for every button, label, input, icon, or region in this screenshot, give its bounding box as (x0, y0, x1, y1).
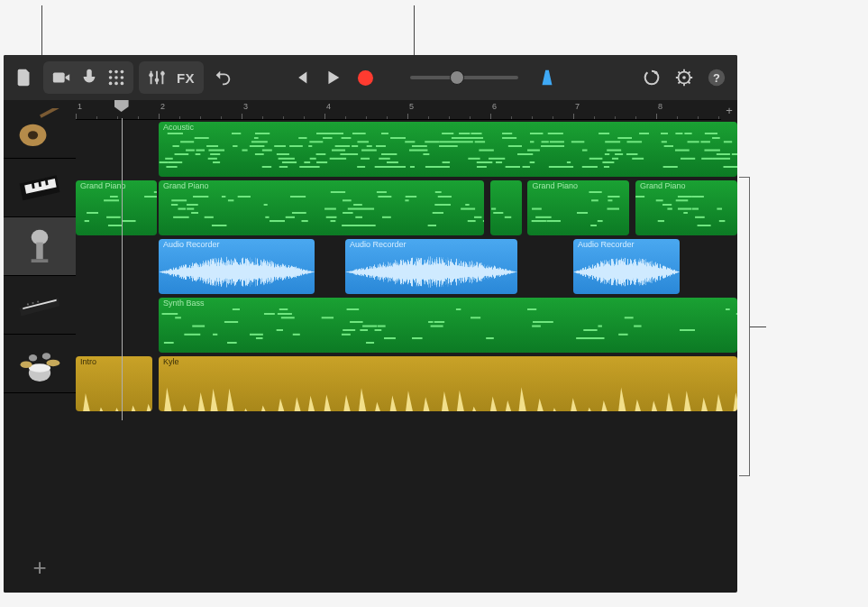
svg-point-34 (46, 360, 59, 366)
svg-point-20 (28, 131, 38, 139)
track-header-piano[interactable] (4, 159, 76, 217)
callout-line (750, 326, 766, 327)
region-label: Kyle (163, 357, 179, 366)
guitar-icon (14, 108, 65, 150)
track-lane-vocal[interactable]: Audio RecorderAudio RecorderAudio Record… (76, 237, 737, 296)
playhead-line (122, 118, 123, 420)
ruler-bar: 4 (324, 100, 333, 119)
svg-point-3 (114, 70, 118, 74)
callout-line (41, 5, 42, 57)
svg-point-9 (114, 82, 118, 86)
region[interactable]: Grand Piano (159, 180, 484, 235)
ruler-bar: 2 (159, 100, 167, 119)
svg-text:?: ? (713, 71, 720, 85)
record-button[interactable] (349, 61, 381, 94)
svg-point-36 (42, 353, 50, 359)
track-header-synth[interactable] (4, 276, 76, 335)
region[interactable]: Acoustic (159, 122, 737, 177)
track-headers (4, 100, 76, 593)
my-songs-button[interactable] (8, 61, 41, 94)
svg-point-16 (682, 76, 686, 79)
svg-rect-26 (36, 243, 42, 260)
ruler-bar: 7 (573, 100, 581, 119)
svg-point-35 (29, 354, 37, 361)
ruler-bar: 8 (656, 100, 664, 119)
settings-button[interactable] (668, 61, 700, 94)
region[interactable]: Grand Piano (527, 180, 629, 235)
svg-point-2 (109, 70, 113, 74)
track-lane-synth[interactable]: Synth Bass (76, 296, 737, 354)
timeline[interactable]: 12345678+ AcousticGrand PianoGrand Piano… (76, 100, 737, 593)
svg-point-10 (121, 82, 124, 86)
track-lane-drums[interactable]: IntroKyle (76, 354, 737, 413)
track-lane-acoustic[interactable]: Acoustic (76, 120, 737, 179)
fx-button[interactable]: FX (171, 61, 200, 94)
ruler-bar: 3 (242, 100, 250, 119)
daw-window: FX ? (4, 55, 737, 593)
svg-point-13 (160, 71, 165, 76)
region[interactable]: Grand Piano (76, 180, 157, 235)
svg-rect-27 (32, 259, 49, 262)
loop-button[interactable] (635, 61, 668, 94)
ruler-bar: 1 (76, 100, 84, 119)
track-header-acoustic[interactable] (4, 100, 76, 159)
metronome-button[interactable] (531, 61, 563, 94)
svg-point-5 (109, 76, 113, 79)
svg-rect-21 (40, 108, 59, 118)
region[interactable]: Synth Bass (159, 298, 737, 353)
mic-button[interactable] (76, 61, 103, 94)
keys-icon (14, 284, 65, 326)
piano-icon (14, 167, 65, 208)
svg-point-28 (27, 303, 29, 305)
svg-point-33 (21, 362, 32, 368)
region[interactable]: Audio Recorder (573, 239, 680, 294)
playhead[interactable] (114, 100, 129, 112)
ruler[interactable]: 12345678+ (76, 100, 737, 120)
rewind-button[interactable] (284, 61, 316, 94)
region[interactable]: Kyle (159, 356, 737, 411)
ruler-bar: 5 (407, 100, 416, 119)
svg-point-29 (32, 302, 33, 304)
region[interactable]: Audio Recorder (159, 239, 315, 294)
mic-icon (14, 225, 65, 267)
play-button[interactable] (316, 61, 349, 94)
svg-point-14 (654, 71, 658, 75)
master-volume-slider[interactable] (410, 76, 518, 79)
bracket-line (739, 177, 750, 476)
ruler-bar: 6 (490, 100, 498, 119)
svg-point-4 (121, 70, 124, 74)
svg-point-11 (149, 73, 153, 78)
tracks-area: 12345678+ AcousticGrand PianoGrand Piano… (4, 100, 737, 593)
track-lanes: AcousticGrand PianoGrand PianoGrand Pian… (76, 120, 737, 593)
svg-point-6 (114, 76, 118, 79)
add-track-button[interactable]: + (4, 543, 76, 593)
region[interactable] (490, 180, 522, 235)
grid-button[interactable] (103, 61, 130, 94)
track-header-vocal[interactable] (4, 217, 76, 276)
region[interactable]: Intro (76, 356, 152, 411)
region-label: Intro (80, 357, 96, 366)
volume-knob[interactable] (450, 70, 464, 85)
svg-point-7 (121, 76, 124, 79)
camera-button[interactable] (47, 61, 76, 94)
drums-icon (14, 343, 65, 384)
svg-rect-0 (53, 73, 65, 83)
region[interactable]: Grand Piano (635, 180, 737, 235)
undo-button[interactable] (206, 61, 239, 94)
svg-point-30 (37, 300, 39, 302)
track-controls-button[interactable] (142, 61, 171, 94)
svg-point-8 (109, 82, 113, 86)
track-lane-piano[interactable]: Grand PianoGrand PianoGrand PianoGrand P… (76, 179, 737, 237)
region[interactable]: Audio Recorder (345, 239, 517, 294)
add-bar-button[interactable]: + (721, 100, 737, 120)
toolbar: FX ? (4, 55, 737, 100)
help-button[interactable]: ? (700, 61, 733, 94)
svg-point-12 (155, 78, 160, 82)
track-header-drums[interactable] (4, 335, 76, 393)
